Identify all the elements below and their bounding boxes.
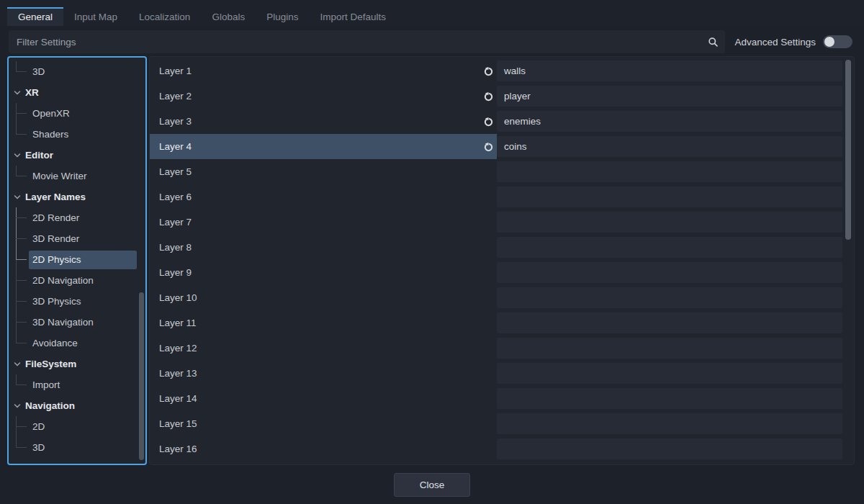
setting-value-field[interactable]: player (497, 86, 842, 107)
tab-general[interactable]: General (7, 7, 63, 26)
tab-bar: General Input Map Localization Globals P… (0, 0, 864, 26)
setting-label: Layer 13 (159, 368, 197, 379)
chevron-down-icon[interactable] (13, 360, 22, 369)
setting-value-field[interactable] (497, 212, 842, 233)
main-scrollbar-thumb[interactable] (845, 60, 851, 240)
sidebar-item-label: 2D Physics (29, 251, 137, 269)
setting-label: Layer 11 (159, 318, 197, 328)
setting-label-cell[interactable]: Layer 8 (150, 235, 497, 260)
sidebar-item-3d-render[interactable]: 3D Render (9, 228, 145, 249)
sidebar-item-xr[interactable]: XR (9, 82, 145, 103)
revert-icon[interactable] (483, 116, 494, 127)
sidebar-item-3d-navigation[interactable]: 3D Navigation (9, 312, 145, 333)
revert-icon[interactable] (483, 91, 494, 102)
sidebar-item-navigation[interactable]: Navigation (9, 395, 145, 416)
setting-label-cell[interactable]: Layer 10 (150, 285, 497, 310)
sidebar-item-avoidance[interactable]: Avoidance (9, 333, 145, 354)
setting-label-cell[interactable]: Layer 9 (150, 260, 497, 285)
setting-label-cell[interactable]: Layer 11 (150, 310, 497, 336)
sidebar-item-import[interactable]: Import (9, 374, 145, 395)
setting-value-field[interactable] (497, 186, 842, 207)
chevron-down-icon[interactable] (13, 402, 22, 410)
sidebar-item-2d-navigation[interactable]: 2D Navigation (9, 270, 145, 291)
setting-value-field[interactable] (497, 287, 842, 308)
setting-label: Layer 12 (159, 343, 197, 354)
setting-value-cell (497, 260, 854, 285)
setting-label-cell[interactable]: Layer 1 (150, 58, 497, 84)
setting-value-cell: walls (497, 58, 854, 84)
chevron-down-icon[interactable] (13, 89, 22, 97)
setting-value-field[interactable] (497, 438, 842, 459)
search-icon (708, 37, 719, 48)
sidebar-item-filesystem[interactable]: FileSystem (9, 354, 145, 374)
setting-value-field[interactable] (497, 161, 842, 182)
sidebar-item-shaders[interactable]: Shaders (9, 124, 145, 145)
setting-value-cell (497, 386, 854, 411)
settings-tree: 3D XR OpenXR Shaders Editor Movie Writer… (7, 56, 147, 465)
settings-row-layer-9: Layer 9 (150, 260, 854, 285)
footer: Close (0, 465, 864, 504)
tab-plugins[interactable]: Plugins (256, 7, 309, 26)
sidebar-item-3d-physics[interactable]: 3D Physics (9, 291, 145, 312)
settings-row-layer-14: Layer 14 (150, 386, 854, 411)
sidebar-item-2d-render[interactable]: 2D Render (9, 207, 145, 228)
setting-value-field[interactable] (497, 363, 842, 384)
setting-label-cell[interactable]: Layer 12 (150, 336, 497, 361)
setting-label-cell[interactable]: Layer 16 (150, 436, 497, 462)
toggle-knob (824, 37, 834, 47)
revert-icon[interactable] (483, 66, 494, 76)
setting-label-cell[interactable]: Layer 3 (150, 109, 497, 134)
sidebar-item-3d[interactable]: 3D (9, 437, 145, 458)
setting-label-cell[interactable]: Layer 5 (150, 159, 497, 184)
setting-value: walls (504, 66, 526, 76)
advanced-settings-toggle[interactable] (823, 35, 852, 48)
sidebar-item-layer-names[interactable]: Layer Names (9, 186, 145, 207)
setting-value-field[interactable] (497, 338, 842, 359)
sidebar-item-editor[interactable]: Editor (9, 145, 145, 166)
content-area: 3D XR OpenXR Shaders Editor Movie Writer… (7, 56, 855, 465)
setting-value-field[interactable] (497, 312, 842, 333)
setting-label-cell[interactable]: Layer 2 (150, 84, 497, 109)
setting-value-field[interactable] (497, 413, 842, 434)
setting-value-cell: coins (497, 134, 854, 159)
setting-value-field[interactable]: walls (497, 60, 842, 81)
tab-input-map[interactable]: Input Map (63, 7, 128, 26)
setting-value-field[interactable] (497, 388, 842, 409)
filter-settings-input[interactable] (9, 30, 725, 53)
setting-value-cell (497, 310, 854, 336)
search-input[interactable] (17, 37, 703, 48)
setting-label-cell[interactable]: Layer 4 (150, 134, 497, 159)
setting-label-cell[interactable]: Layer 14 (150, 386, 497, 411)
setting-label-cell[interactable]: Layer 6 (150, 184, 497, 210)
settings-row-layer-3: Layer 3 enemies (150, 109, 854, 134)
sidebar-item-movie-writer[interactable]: Movie Writer (9, 166, 145, 186)
tab-globals[interactable]: Globals (201, 7, 256, 26)
setting-value-field[interactable] (497, 237, 842, 258)
sidebar-item-2d[interactable]: 2D (9, 416, 145, 437)
setting-label-cell[interactable]: Layer 7 (150, 210, 497, 235)
sidebar-item-label: Import (29, 376, 137, 395)
setting-label-cell[interactable]: Layer 13 (150, 361, 497, 386)
tab-localization[interactable]: Localization (128, 7, 201, 26)
chevron-down-icon[interactable] (13, 151, 22, 160)
sidebar-item-openxr[interactable]: OpenXR (9, 103, 145, 124)
setting-value-field[interactable]: coins (497, 136, 842, 157)
settings-row-layer-1: Layer 1 walls (150, 58, 854, 84)
filter-row: Advanced Settings (9, 30, 852, 53)
tab-import-defaults[interactable]: Import Defaults (309, 7, 397, 26)
close-button[interactable]: Close (394, 473, 470, 497)
settings-row-layer-11: Layer 11 (150, 310, 854, 336)
setting-value-cell: enemies (497, 109, 854, 134)
sidebar-item-3d[interactable]: 3D (9, 61, 145, 82)
setting-value-field[interactable] (497, 262, 842, 283)
revert-icon[interactable] (483, 141, 494, 152)
setting-value-cell (497, 361, 854, 386)
setting-label-cell[interactable]: Layer 15 (150, 411, 497, 436)
settings-row-layer-12: Layer 12 (150, 336, 854, 361)
tab-label: Input Map (74, 12, 117, 22)
settings-row-layer-16: Layer 16 (150, 436, 854, 462)
chevron-down-icon[interactable] (13, 193, 22, 202)
setting-value-field[interactable]: enemies (497, 111, 842, 132)
sidebar-item-2d-physics[interactable]: 2D Physics (9, 249, 145, 270)
settings-row-layer-2: Layer 2 player (150, 84, 854, 109)
